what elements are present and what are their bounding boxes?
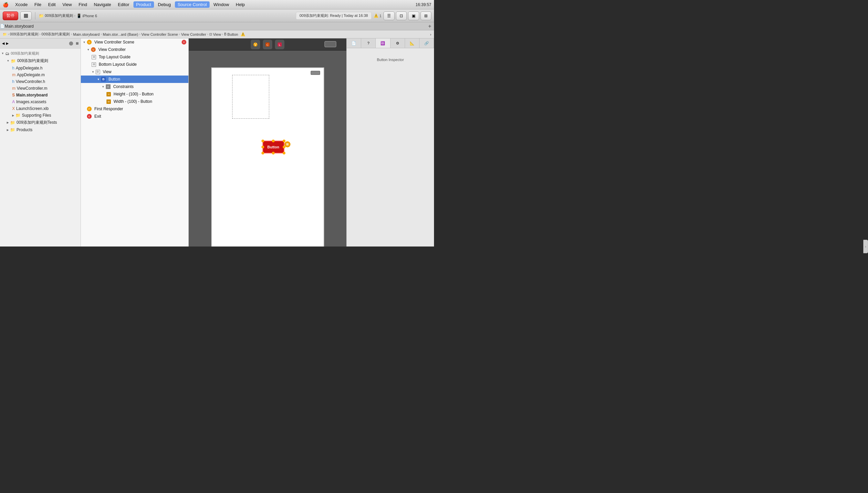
scene-item-height-constraint[interactable]: H Height - (100) - Button xyxy=(81,90,188,98)
resize-handle-br[interactable] xyxy=(283,152,285,154)
sep1: › xyxy=(74,14,75,18)
breadcrumb-nav-back[interactable]: › xyxy=(430,33,431,37)
inspector-tab-file[interactable]: 📄 xyxy=(347,39,361,48)
sidebar-item-tests[interactable]: ▶ 📁 009添加约束规则Tests xyxy=(0,119,81,126)
sidebar-item-viewcontroller-m[interactable]: m ViewController.m xyxy=(0,85,81,92)
inspector-tab-attributes[interactable]: ⚙ xyxy=(391,39,405,48)
menu-xcode[interactable]: Xcode xyxy=(13,1,30,8)
resize-handle-bl[interactable] xyxy=(261,152,264,154)
view-toggle-1[interactable]: ☰ xyxy=(384,12,394,20)
add-tab-button[interactable]: + xyxy=(428,23,431,29)
sidebar-item-appdelegate-h[interactable]: h AppDelegate.h xyxy=(0,65,81,71)
canvas-icon-layout[interactable]: L xyxy=(275,40,284,49)
canvas-area: V C L xyxy=(189,39,346,246)
scene-close-button[interactable]: × xyxy=(182,40,186,44)
breadcrumb-item-10[interactable]: Button xyxy=(227,33,238,37)
canvas-icon-view[interactable]: V xyxy=(251,40,260,49)
breadcrumb-item-1[interactable]: 009添加约束规则 xyxy=(10,32,38,37)
stop-button[interactable] xyxy=(20,12,32,20)
menu-file[interactable]: File xyxy=(32,1,44,8)
view-toggle-3[interactable]: ▣ xyxy=(408,12,419,20)
menu-navigate[interactable]: Navigate xyxy=(91,1,114,8)
breadcrumb-item-2[interactable]: 009添加约束规则 xyxy=(42,32,70,37)
sidebar-item-project[interactable]: ▼ 🗂 009添加约束规则 xyxy=(0,50,81,57)
breadcrumb-item-5[interactable]: View Controller Scene xyxy=(141,33,178,37)
file-icon-1: h xyxy=(12,66,15,70)
svg-text:V: V xyxy=(254,43,257,46)
scene-item-top-layout[interactable]: ⊡ Top Layout Guide xyxy=(81,53,188,61)
resize-handle-tm[interactable] xyxy=(272,140,275,142)
tabbar: 📄 Main.storyboard + xyxy=(0,22,434,30)
scene-item-bottom-layout[interactable]: ⊡ Bottom Layout Guide xyxy=(81,61,188,68)
scene-item-vcs[interactable]: ▼ S View Controller Scene × xyxy=(81,39,188,46)
breadcrumb-item-6[interactable]: View Controller xyxy=(181,33,206,37)
inspector-tab-connections[interactable]: 🔗 xyxy=(419,39,434,48)
sidebar-item-project-sub[interactable]: ▼ 📁 009添加约束规则 xyxy=(0,57,81,65)
sub-folder-icon: 📁 xyxy=(11,59,16,63)
sidebar-item-main-storyboard[interactable]: S Main.storyboard xyxy=(0,92,81,99)
resize-handle-bm[interactable] xyxy=(272,152,275,154)
inspector-tab-identity[interactable]: 🆔 xyxy=(376,39,390,48)
pause-button[interactable]: 暂停 xyxy=(3,12,18,20)
resize-handle-tl[interactable] xyxy=(261,140,264,142)
button-element[interactable]: Button ⊞ xyxy=(262,141,284,153)
scene-item-constraints[interactable]: ▼ ≡ Constraints xyxy=(81,83,188,90)
sidebar-search-btn[interactable] xyxy=(69,41,73,45)
sidebar-item-launchscreen[interactable]: X LaunchScreen.xib xyxy=(0,105,81,112)
view-toggle-4[interactable]: ⊞ xyxy=(420,12,431,20)
sidebar-item-supporting-files[interactable]: ▶ 📁 Supporting Files xyxy=(0,112,81,119)
warning-badge[interactable]: ⚠️ 1 xyxy=(374,14,382,18)
button-label: Button xyxy=(109,77,120,82)
resize-handle-ml[interactable] xyxy=(261,146,264,148)
project-expand-icon: ▼ xyxy=(1,52,4,55)
scene-item-width-constraint[interactable]: W Width - (100) - Button xyxy=(81,98,188,105)
view-toggle-2[interactable]: ⊡ xyxy=(396,12,407,20)
menu-edit[interactable]: Edit xyxy=(45,1,58,8)
breadcrumb-item-7[interactable]: ⊡ xyxy=(209,33,212,36)
scene-item-vc[interactable]: ▼ V View Controller xyxy=(81,46,188,53)
scene-item-button[interactable]: ▼ B Button xyxy=(81,76,188,83)
sub-title: 009添加约束规则 xyxy=(17,58,48,64)
breadcrumb-item-9[interactable]: B xyxy=(224,33,226,36)
tests-folder-icon: 📁 xyxy=(10,121,15,125)
menu-find[interactable]: Find xyxy=(76,1,90,8)
scene-item-exit[interactable]: E Exit xyxy=(81,113,188,120)
tab-title[interactable]: Main.storyboard xyxy=(5,24,34,29)
scene-item-view[interactable]: ▼ ⊡ View xyxy=(81,68,188,76)
canvas-icon-constraint[interactable]: C xyxy=(263,40,272,49)
view-controller-view[interactable]: Button ⊞ xyxy=(211,67,324,246)
sidebar-item-appdelegate-m[interactable]: m AppDelegate.m xyxy=(0,71,81,78)
breadcrumb-item-0[interactable]: 📁 xyxy=(3,33,7,36)
sidebar-item-images[interactable]: A Images.xcassets xyxy=(0,99,81,105)
menu-help[interactable]: Help xyxy=(233,1,248,8)
menu-source-control[interactable]: Source Control xyxy=(175,1,210,8)
button-text: Button xyxy=(267,145,279,149)
breadcrumb-item-3[interactable]: Main.storyboard xyxy=(73,33,100,37)
menu-product[interactable]: Product xyxy=(133,1,154,8)
menu-debug[interactable]: Debug xyxy=(155,1,174,8)
storyboard-canvas[interactable]: Button ⊞ xyxy=(189,50,346,246)
menu-window[interactable]: Window xyxy=(211,1,232,8)
inspector-tab-quick[interactable]: ? xyxy=(361,39,376,48)
warning-breadcrumb-icon: ⚠️ xyxy=(241,32,245,37)
project-icon: 📁 xyxy=(39,14,44,18)
folder-expand-icon: ▶ xyxy=(12,114,14,117)
sidebar-item-viewcontroller-h[interactable]: h ViewController.h xyxy=(0,78,81,85)
sidebar-nav-forward[interactable]: ▶ xyxy=(6,41,9,45)
iphone-canvas-frame: Button ⊞ xyxy=(211,61,324,246)
breadcrumb-item-8[interactable]: View xyxy=(213,33,221,37)
menu-view[interactable]: View xyxy=(60,1,74,8)
canvas-object-toolbar: V C L xyxy=(189,39,346,50)
inspector-tab-size[interactable]: 📐 xyxy=(405,39,419,48)
resize-handle-tr[interactable] xyxy=(283,140,285,142)
project-title: 009添加约束规则 xyxy=(11,51,39,56)
sidebar-nav-btn[interactable]: ◀ xyxy=(2,41,5,45)
file-label-3: ViewController.h xyxy=(16,79,45,84)
scene-item-first-responder[interactable]: F First Responder xyxy=(81,105,188,113)
sidebar-item-products[interactable]: ▶ 📁 Products xyxy=(0,126,81,133)
breadcrumb-item-4[interactable]: Main.stor...ard (Base) xyxy=(103,33,138,37)
menu-editor[interactable]: Editor xyxy=(115,1,132,8)
sidebar-filter-btn[interactable]: ⊞ xyxy=(76,41,78,45)
vc-triangle: ▼ xyxy=(87,48,90,51)
apple-menu-icon[interactable]: 🍎 xyxy=(3,2,8,7)
